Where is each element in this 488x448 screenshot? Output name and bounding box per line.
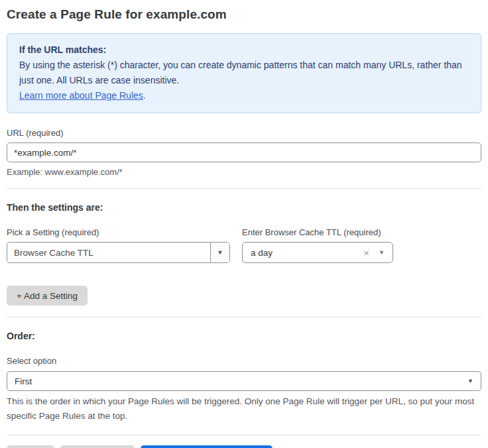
divider: [7, 317, 481, 317]
settings-section-heading: Then the settings are:: [7, 202, 481, 213]
chevron-down-icon[interactable]: ▼: [379, 250, 385, 256]
save-as-draft-button[interactable]: Save as Draft: [60, 445, 135, 448]
chevron-down-icon: ▼: [467, 378, 473, 384]
settings-row: Pick a Setting (required) Browser Cache …: [7, 213, 481, 263]
pick-setting-dropdown-button[interactable]: ▼: [210, 243, 229, 262]
url-field-label: URL (required): [7, 128, 481, 138]
pick-setting-select[interactable]: Browser Cache TTL ▼: [7, 242, 230, 263]
ttl-column: Enter Browser Cache TTL (required) a day…: [242, 213, 393, 263]
ttl-value: a day: [251, 248, 363, 258]
url-input[interactable]: [7, 142, 481, 162]
pick-setting-column: Pick a Setting (required) Browser Cache …: [7, 213, 230, 263]
info-box-body: By using the asterisk (*) character, you…: [19, 58, 469, 88]
order-select[interactable]: First ▼: [7, 371, 481, 391]
order-select-value: First: [15, 376, 467, 386]
footer-actions: Cancel Save as Draft Save and Deploy Pag…: [7, 445, 481, 448]
add-setting-button[interactable]: + Add a Setting: [7, 286, 88, 306]
info-box-link-line: Learn more about Page Rules.: [19, 88, 469, 103]
page-title: Create a Page Rule for example.com: [7, 5, 481, 22]
order-section-heading: Order:: [7, 331, 481, 341]
url-match-info-box: If the URL matches: By using the asteris…: [7, 33, 481, 113]
ttl-label: Enter Browser Cache TTL (required): [242, 227, 393, 237]
chevron-down-icon: ▼: [217, 250, 223, 256]
link-period: .: [143, 90, 146, 101]
cancel-button[interactable]: Cancel: [7, 445, 54, 448]
pick-setting-value: Browser Cache TTL: [7, 243, 210, 262]
save-and-deploy-button[interactable]: Save and Deploy Page Rule: [141, 445, 273, 448]
pick-setting-label: Pick a Setting (required): [7, 227, 230, 237]
create-page-rule-form: Create a Page Rule for example.com If th…: [0, 0, 488, 448]
close-icon[interactable]: ×: [363, 247, 369, 258]
divider: [7, 435, 481, 435]
learn-more-link[interactable]: Learn more about Page Rules: [19, 90, 143, 101]
info-box-heading: If the URL matches:: [19, 42, 469, 58]
url-example-helper: Example: www.example.com/*: [7, 167, 481, 177]
order-help-text: This is the order in which your Page Rul…: [7, 394, 481, 423]
order-select-label: Select option: [7, 356, 481, 366]
divider: [7, 188, 481, 189]
ttl-combo-box[interactable]: a day × ▼: [242, 242, 393, 263]
